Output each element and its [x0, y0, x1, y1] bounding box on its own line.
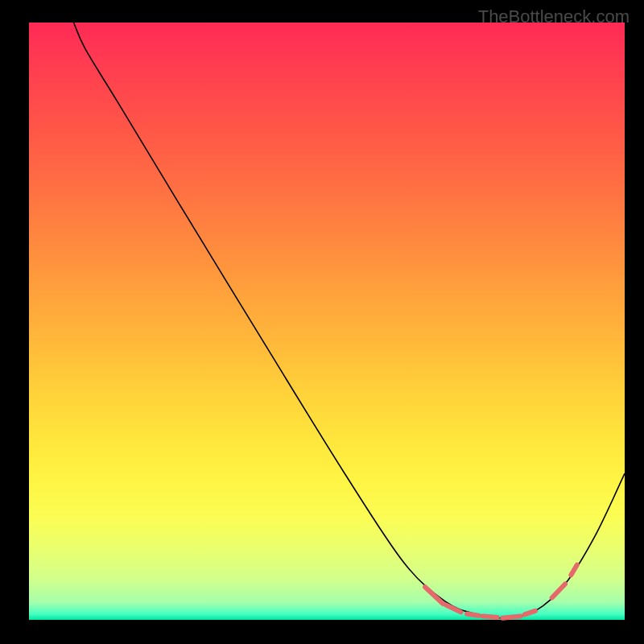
bottleneck-curve: [74, 23, 625, 618]
trough-dash-segment: [483, 617, 497, 617]
watermark-text: TheBottleneck.com: [478, 6, 630, 27]
trough-dash-segment: [446, 605, 461, 612]
trough-dash-segment: [425, 587, 443, 604]
curve-svg: [29, 23, 625, 620]
plot-area: [29, 23, 625, 620]
trough-dash-segment: [467, 614, 479, 616]
trough-dash-segment: [525, 611, 535, 614]
trough-dashed-highlight: [425, 565, 577, 618]
chart-root: TheBottleneck.com: [0, 0, 644, 644]
trough-dash-segment: [502, 617, 520, 618]
trough-dash-segment: [571, 565, 576, 576]
trough-dash-segment: [552, 584, 565, 597]
